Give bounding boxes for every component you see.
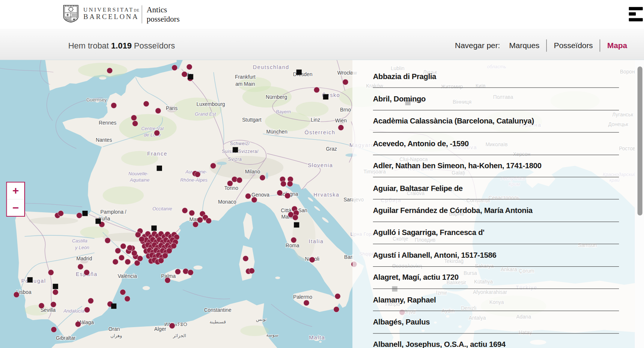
map-marker-circle[interactable] bbox=[88, 298, 93, 304]
scrollbar-thumb[interactable] bbox=[638, 66, 643, 215]
map-marker-circle[interactable] bbox=[53, 289, 58, 295]
map-marker-circle[interactable] bbox=[131, 250, 137, 256]
map-marker-circle[interactable] bbox=[284, 193, 290, 198]
possessor-list-item[interactable]: Acevedo, Antonio de, -1590 bbox=[373, 133, 619, 155]
map-marker-circle[interactable] bbox=[132, 120, 138, 126]
map-marker-circle[interactable] bbox=[193, 222, 198, 227]
map-marker-circle[interactable] bbox=[181, 71, 187, 77]
map-marker-circle[interactable] bbox=[335, 294, 340, 299]
university-logo[interactable]: UNIVERSITATDE BARCELONA bbox=[62, 4, 140, 23]
map-marker-circle[interactable] bbox=[75, 321, 81, 327]
map-marker-square[interactable] bbox=[323, 94, 328, 99]
map-marker-circle[interactable] bbox=[188, 270, 193, 275]
map-marker-circle[interactable] bbox=[38, 303, 44, 308]
map-marker-circle[interactable] bbox=[120, 243, 126, 249]
map-marker-circle[interactable] bbox=[84, 307, 90, 313]
map-marker-square[interactable] bbox=[296, 69, 302, 75]
map-marker-circle[interactable] bbox=[292, 214, 298, 220]
map-marker-square[interactable] bbox=[188, 74, 193, 79]
possessor-list-item[interactable]: Alagret, Magí, actiu 1720 bbox=[373, 267, 619, 289]
nav-item-posseïdors[interactable]: Posseïdors bbox=[554, 41, 593, 50]
zoom-in-button[interactable]: + bbox=[7, 183, 24, 199]
map-marker-circle[interactable] bbox=[182, 208, 187, 213]
map-marker-circle[interactable] bbox=[13, 292, 19, 297]
possessor-list-item[interactable]: Abril, Domingo bbox=[373, 88, 619, 110]
map-marker-circle[interactable] bbox=[158, 258, 164, 263]
map-marker-circle[interactable] bbox=[112, 259, 118, 264]
map-marker-circle[interactable] bbox=[58, 210, 63, 216]
map-marker-circle[interactable] bbox=[333, 307, 339, 312]
map-marker-circle[interactable] bbox=[175, 269, 181, 275]
possessor-list-item[interactable]: Aguiar, Baltasar Felipe de bbox=[373, 177, 619, 200]
map-marker-circle[interactable] bbox=[343, 79, 348, 85]
map-marker-circle[interactable] bbox=[259, 175, 265, 181]
map-marker-circle[interactable] bbox=[162, 253, 168, 258]
map-marker-circle[interactable] bbox=[197, 217, 203, 223]
map-marker-circle[interactable] bbox=[169, 323, 175, 329]
map-marker-circle[interactable] bbox=[127, 245, 133, 251]
possessor-list-item[interactable]: Albagés, Paulus bbox=[373, 311, 619, 333]
nav-item-mapa[interactable]: Mapa bbox=[607, 41, 627, 50]
map-marker-circle[interactable] bbox=[314, 87, 320, 93]
map-marker-circle[interactable] bbox=[77, 213, 82, 218]
map-marker-square[interactable] bbox=[83, 211, 88, 216]
zoom-out-button[interactable]: − bbox=[7, 199, 24, 216]
map-marker-square[interactable] bbox=[27, 277, 32, 282]
map-marker-circle[interactable] bbox=[131, 115, 137, 120]
map-marker-circle[interactable] bbox=[338, 125, 343, 130]
map-marker-circle[interactable] bbox=[143, 101, 149, 107]
map-marker-circle[interactable] bbox=[210, 163, 216, 169]
hamburger-menu-icon[interactable] bbox=[629, 7, 643, 22]
map-marker-square[interactable] bbox=[111, 304, 116, 309]
map-marker-circle[interactable] bbox=[172, 65, 177, 70]
map-marker-circle[interactable] bbox=[120, 289, 125, 295]
map-marker-circle[interactable] bbox=[291, 237, 296, 243]
map-marker-circle[interactable] bbox=[167, 248, 172, 254]
map-marker-circle[interactable] bbox=[245, 193, 251, 199]
possessor-list-item[interactable]: Abbazia di Praglia bbox=[373, 66, 619, 88]
map-marker-circle[interactable] bbox=[84, 270, 89, 275]
map-marker-square[interactable] bbox=[151, 226, 156, 231]
map-marker-circle[interactable] bbox=[165, 278, 170, 283]
map-marker-circle[interactable] bbox=[119, 255, 124, 260]
map-marker-circle[interactable] bbox=[309, 257, 315, 263]
map-marker-circle[interactable] bbox=[48, 270, 54, 275]
possessor-list-item[interactable]: Agustí i Albanell, Antoni, 1517-1586 bbox=[373, 244, 619, 267]
map-marker-circle[interactable] bbox=[186, 64, 192, 70]
nav-item-marques[interactable]: Marques bbox=[509, 41, 539, 50]
map-marker-circle[interactable] bbox=[171, 243, 177, 248]
map-marker-square[interactable] bbox=[157, 166, 162, 171]
map-marker-square[interactable] bbox=[96, 219, 101, 224]
map-marker-circle[interactable] bbox=[227, 181, 233, 186]
map-marker-circle[interactable] bbox=[206, 218, 211, 223]
map-marker-square[interactable] bbox=[53, 284, 58, 289]
map-marker-circle[interactable] bbox=[78, 264, 83, 269]
map-marker-circle[interactable] bbox=[107, 68, 112, 73]
map-marker-circle[interactable] bbox=[137, 255, 143, 261]
map-marker-circle[interactable] bbox=[195, 172, 200, 177]
map-marker-circle[interactable] bbox=[280, 181, 286, 186]
map-marker-circle[interactable] bbox=[154, 130, 160, 136]
map-marker-circle[interactable] bbox=[304, 300, 309, 305]
map-marker-circle[interactable] bbox=[50, 302, 56, 307]
map-marker-circle[interactable] bbox=[155, 108, 161, 113]
map-marker-square[interactable] bbox=[233, 147, 238, 152]
map-marker-circle[interactable] bbox=[125, 259, 130, 264]
map-marker-square[interactable] bbox=[294, 222, 299, 228]
map-marker-circle[interactable] bbox=[249, 268, 255, 273]
map-marker-circle[interactable] bbox=[287, 181, 293, 186]
map-marker-circle[interactable] bbox=[251, 197, 257, 203]
map-marker-circle[interactable] bbox=[111, 103, 116, 108]
possessor-list-item[interactable]: Adler, Nathan ben Simeon, ha-Kohen, 1741… bbox=[373, 155, 619, 177]
possessor-list-item[interactable]: Albanell, Josephus, O.S.A., actiu 1694 bbox=[373, 333, 619, 348]
map-marker-circle[interactable] bbox=[189, 210, 195, 216]
map-marker-circle[interactable] bbox=[237, 177, 242, 183]
possessor-list-item[interactable]: Alamany, Raphael bbox=[373, 289, 619, 311]
map-marker-circle[interactable] bbox=[105, 238, 111, 243]
map-marker-circle[interactable] bbox=[277, 190, 283, 195]
map-marker-circle[interactable] bbox=[243, 255, 248, 261]
possessor-list-item[interactable]: Agulló i Sagarriga, Francesca d' bbox=[373, 222, 619, 244]
possessor-list-item[interactable]: Acadèmia Calassància (Barcelona, Catalun… bbox=[373, 110, 619, 133]
possessor-list-item[interactable]: Aguilar Fernández de Córdoba, María Anto… bbox=[373, 200, 619, 222]
map[interactable]: DeutschlandFranceEspañaPortugalItaliaÖst… bbox=[0, 60, 644, 348]
